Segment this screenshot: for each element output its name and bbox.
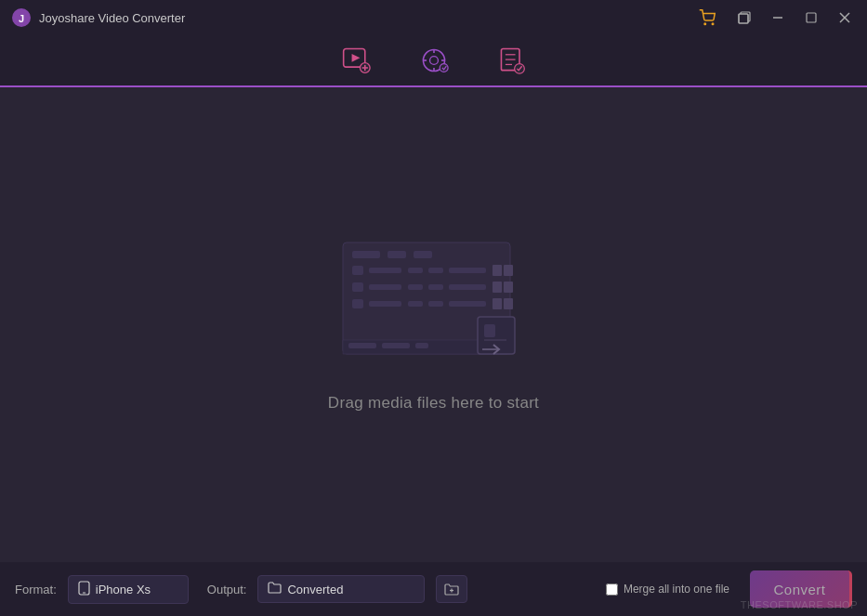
- toolbar: [0, 35, 867, 87]
- history-button[interactable]: [492, 40, 532, 81]
- svg-rect-29: [352, 251, 380, 258]
- svg-rect-56: [415, 343, 428, 348]
- maximize-button[interactable]: [798, 5, 824, 31]
- format-value: iPhone Xs: [96, 583, 151, 596]
- restore-button[interactable]: [731, 5, 757, 31]
- minimize-button[interactable]: [765, 5, 791, 31]
- folder-icon: [268, 581, 282, 597]
- title-bar: J Joyoshare Video Converter: [0, 0, 867, 35]
- svg-rect-47: [369, 301, 401, 307]
- window-controls: [694, 5, 858, 31]
- svg-rect-43: [449, 284, 486, 290]
- svg-text:J: J: [19, 13, 24, 24]
- svg-rect-5: [739, 14, 748, 23]
- merge-checkbox[interactable]: [606, 583, 618, 596]
- svg-rect-32: [352, 266, 363, 275]
- svg-rect-57: [478, 317, 515, 354]
- svg-rect-35: [428, 268, 443, 273]
- svg-rect-44: [493, 282, 502, 293]
- svg-rect-30: [388, 251, 406, 258]
- close-button[interactable]: [832, 5, 858, 31]
- svg-rect-38: [504, 265, 513, 276]
- svg-rect-42: [428, 284, 443, 290]
- svg-rect-39: [352, 282, 363, 292]
- svg-rect-45: [504, 282, 513, 293]
- drag-text: Drag media files here to start: [328, 394, 539, 413]
- output-label: Output:: [207, 583, 247, 596]
- svg-rect-33: [369, 268, 401, 273]
- app-logo: J: [11, 7, 32, 28]
- svg-rect-46: [352, 299, 363, 308]
- browse-button[interactable]: [436, 575, 467, 603]
- main-content: Drag media files here to start: [0, 87, 867, 562]
- output-path-display[interactable]: Converted: [257, 575, 425, 603]
- bottom-bar: Format: iPhone Xs Output: Converted Merg…: [0, 562, 867, 616]
- svg-rect-49: [428, 301, 443, 307]
- output-value: Converted: [287, 583, 343, 596]
- svg-rect-31: [414, 251, 432, 258]
- svg-rect-37: [493, 265, 502, 276]
- svg-rect-52: [504, 298, 513, 309]
- convert-button[interactable]: Convert: [750, 570, 852, 608]
- format-selector[interactable]: iPhone Xs: [68, 575, 189, 604]
- svg-rect-55: [382, 343, 410, 348]
- svg-rect-40: [369, 284, 401, 290]
- svg-marker-12: [351, 54, 360, 62]
- svg-rect-36: [449, 268, 486, 273]
- format-label: Format:: [15, 583, 57, 596]
- add-media-button[interactable]: [335, 40, 376, 81]
- svg-rect-51: [493, 298, 502, 309]
- merge-container: Merge all into one file: [606, 583, 729, 596]
- phone-icon: [78, 581, 90, 598]
- svg-rect-50: [449, 301, 486, 307]
- format-settings-button[interactable]: [414, 40, 454, 81]
- svg-point-17: [429, 57, 438, 65]
- svg-rect-58: [484, 324, 495, 337]
- merge-label[interactable]: Merge all into one file: [624, 583, 729, 596]
- svg-point-22: [440, 64, 448, 72]
- svg-point-2: [704, 23, 706, 25]
- cart-button[interactable]: [694, 5, 720, 31]
- svg-rect-8: [807, 13, 816, 22]
- svg-rect-41: [408, 284, 423, 290]
- app-title: Joyoshare Video Converter: [39, 11, 185, 25]
- svg-point-3: [712, 23, 714, 25]
- svg-rect-48: [408, 301, 423, 307]
- svg-rect-54: [348, 343, 376, 348]
- drop-illustration: [334, 238, 533, 375]
- svg-rect-34: [408, 268, 423, 273]
